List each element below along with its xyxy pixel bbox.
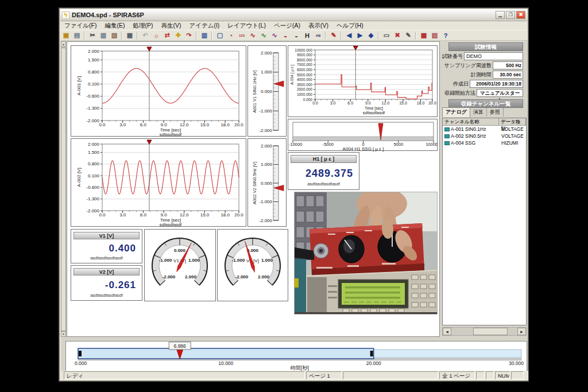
svg-text:1000.000: 1000.000 bbox=[297, 92, 312, 96]
text-item-icon[interactable]: AB bbox=[313, 31, 323, 40]
new-window-icon[interactable]: ▢ bbox=[215, 31, 225, 40]
meter-view-icon[interactable]: ◔ bbox=[226, 31, 236, 40]
prev-page-icon[interactable]: ◀ bbox=[344, 31, 354, 40]
photo-image bbox=[295, 192, 437, 314]
scroll-up-icon[interactable]: ▲ bbox=[61, 41, 66, 47]
menu-8[interactable]: ヘルプ(H) bbox=[332, 22, 368, 30]
cut-icon[interactable]: ✂ bbox=[87, 31, 98, 40]
info-value-0[interactable]: DEMO bbox=[464, 52, 523, 60]
info-panel-header: 試験情報 bbox=[448, 42, 523, 51]
channel-row-2[interactable]: A-004 SSGHIZUMI bbox=[443, 139, 526, 146]
svg-text:0.000: 0.000 bbox=[174, 248, 186, 253]
svg-text:1.000: 1.000 bbox=[188, 258, 200, 263]
meter-red-icon[interactable]: ◒ bbox=[280, 31, 291, 40]
layout-columns-icon[interactable]: ▥ bbox=[199, 31, 210, 40]
edit-page-icon[interactable]: ✎ bbox=[403, 31, 413, 40]
svg-text:6.886: 6.886 bbox=[174, 343, 187, 349]
svg-text:sdfasdfasdf: sdfasdfasdf bbox=[160, 222, 182, 227]
svg-text:3.0: 3.0 bbox=[330, 101, 336, 105]
scrollbar-thumb[interactable] bbox=[61, 48, 66, 331]
menu-2[interactable]: 処理(P) bbox=[129, 22, 157, 30]
menu-3[interactable]: 再生(V) bbox=[157, 22, 185, 30]
meter-green-icon[interactable]: ◒ bbox=[291, 31, 301, 40]
close-button[interactable]: ✖ bbox=[516, 11, 525, 19]
menu-0[interactable]: ファイル(F) bbox=[60, 22, 100, 30]
svg-text:-2.000: -2.000 bbox=[86, 118, 99, 123]
left-scrollbar[interactable]: ▲ ▼ bbox=[61, 41, 66, 337]
info-label-2: 計測時間 bbox=[441, 71, 492, 79]
menu-5[interactable]: レイアウト(L) bbox=[223, 22, 270, 30]
tab-2[interactable]: 参照 bbox=[487, 108, 504, 117]
numeric-view-icon[interactable]: 123 bbox=[237, 31, 247, 40]
status-spacer2 bbox=[476, 371, 485, 379]
toolbar-separator bbox=[378, 32, 379, 40]
report-icon[interactable]: ▩ bbox=[419, 31, 429, 40]
svg-text:9000.000: 9000.000 bbox=[297, 53, 312, 57]
chart-xy-icon[interactable]: ∿ bbox=[258, 31, 269, 40]
svg-text:-0.600: -0.600 bbox=[86, 185, 99, 190]
right-panel-scrollbar[interactable]: ◀ ▶ bbox=[442, 327, 527, 336]
tab-0[interactable]: アナログ bbox=[442, 107, 470, 117]
info-value-4: マニュアルスタート bbox=[477, 89, 523, 97]
toolbar-separator bbox=[121, 32, 122, 40]
process-icon[interactable]: ☼ bbox=[151, 31, 161, 40]
open-file-icon[interactable]: ▣ bbox=[61, 31, 71, 40]
menu-4[interactable]: アイテム(I) bbox=[185, 22, 223, 30]
scroll-left-icon[interactable]: ◀ bbox=[443, 328, 451, 335]
replay-tools-icon[interactable]: ⇄ bbox=[162, 31, 172, 40]
svg-text:時間[秒]: 時間[秒] bbox=[291, 365, 309, 371]
svg-text:6.0: 6.0 bbox=[140, 212, 147, 218]
chart-view-icon[interactable]: ∿ bbox=[247, 31, 258, 40]
save-icon[interactable]: ▤ bbox=[72, 31, 82, 40]
play-pages-icon[interactable]: ◆ bbox=[366, 31, 376, 40]
copy-icon[interactable]: ▥ bbox=[98, 31, 109, 40]
redo-red-icon[interactable]: ↷ bbox=[184, 31, 194, 40]
app-icon: ϟ bbox=[62, 11, 69, 19]
menu-1[interactable]: 編集(E) bbox=[100, 22, 129, 30]
gauge-v2: 0.000-1.0001.000-2.0002.000V2 [V] bbox=[217, 229, 288, 301]
svg-text:12.0: 12.0 bbox=[382, 101, 390, 105]
new-page-icon[interactable]: ▭ bbox=[381, 31, 392, 40]
timeline-slider[interactable]: 0.00010.00020.00030.000時間[秒]6.886 bbox=[65, 341, 527, 371]
digital-v1-value: 0.400 bbox=[109, 243, 136, 254]
help-icon[interactable]: ? bbox=[440, 31, 451, 40]
vertical-meter-v1: A001 V1 SIN0.1Hz [V]2.0001.0000.000-1.00… bbox=[247, 45, 287, 137]
edit-item-icon[interactable]: ✎ bbox=[328, 31, 339, 40]
paste-icon[interactable]: ▧ bbox=[109, 31, 119, 40]
digital-display-v1: V1 [V] 0.400 asdfasdfasdfasdf bbox=[71, 229, 142, 263]
svg-text:1.000: 1.000 bbox=[261, 258, 273, 263]
chart-multi-icon[interactable]: ∿ bbox=[269, 31, 280, 40]
minimize-button[interactable]: ▁ bbox=[496, 11, 505, 19]
delete-page-icon[interactable]: ✖ bbox=[392, 31, 403, 40]
channel-row-0[interactable]: A-001 SIN0.1HzVOLTAGE bbox=[443, 126, 526, 133]
channel-row-1[interactable]: A-002 SIN0.5HzVOLTAGE bbox=[443, 133, 526, 139]
scroll-right-icon[interactable]: ▶ bbox=[517, 328, 526, 335]
svg-text:A-001 [V]: A-001 [V] bbox=[76, 76, 82, 95]
channel-icon bbox=[444, 127, 450, 131]
title-bar[interactable]: ϟ DEMO4.spd - SPIRAS6P ▁ ❐ ✖ bbox=[60, 9, 527, 21]
svg-text:9.0: 9.0 bbox=[161, 122, 168, 127]
svg-text:12.0: 12.0 bbox=[180, 122, 189, 127]
undo-icon[interactable]: ↶ bbox=[140, 31, 150, 40]
svg-text:2.000: 2.000 bbox=[261, 143, 273, 149]
bar-item-icon[interactable]: H bbox=[302, 31, 312, 40]
tab-1[interactable]: 演算 bbox=[470, 108, 487, 117]
svg-text:2.000: 2.000 bbox=[185, 274, 197, 280]
marker-icon[interactable]: ✚ bbox=[173, 31, 183, 40]
menu-7[interactable]: 表示(V) bbox=[304, 22, 332, 30]
image-item-icon[interactable]: ▨ bbox=[430, 31, 440, 40]
status-spacer4 bbox=[511, 371, 524, 379]
rp-scrollbar-thumb[interactable] bbox=[473, 328, 508, 335]
next-page-icon[interactable]: ▶ bbox=[355, 31, 365, 40]
column-channel-name[interactable]: チャンネル名称 bbox=[443, 118, 499, 125]
column-data-type[interactable]: データ種類 bbox=[499, 118, 526, 125]
menu-6[interactable]: ページ(A) bbox=[270, 22, 304, 30]
status-spacer3 bbox=[486, 371, 494, 379]
maximize-button[interactable]: ❐ bbox=[506, 11, 515, 19]
status-num: NUM bbox=[495, 371, 510, 379]
toolbar-separator bbox=[137, 32, 138, 40]
svg-text:1.000: 1.000 bbox=[261, 162, 273, 167]
print-icon[interactable]: ▦ bbox=[125, 31, 135, 40]
scroll-down-icon[interactable]: ▼ bbox=[61, 331, 66, 337]
svg-text:A-002 [V]: A-002 [V] bbox=[76, 168, 82, 187]
